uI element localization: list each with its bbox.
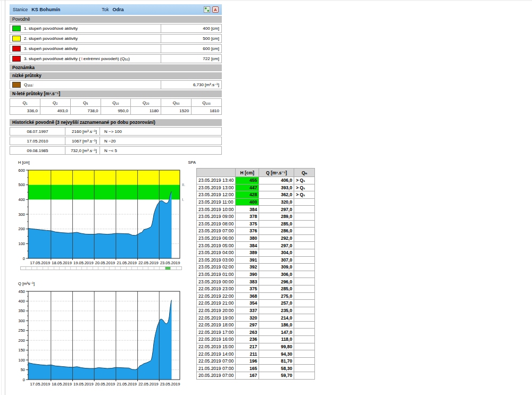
qn-cell — [294, 234, 315, 242]
timestamp-cell: 23.05.2019 10:00 — [197, 206, 236, 213]
flood-discharge: 1067 [m³.s⁻¹] — [65, 137, 100, 145]
timeline-cell[interactable] — [132, 267, 137, 270]
low-flow-label: Q₃₅₅: — [24, 82, 34, 87]
timeline-cell[interactable] — [160, 267, 165, 270]
n-year-value: 1520 — [161, 107, 192, 115]
n-year-col-header: Q₁ — [10, 99, 40, 107]
timeline-cell[interactable] — [54, 267, 60, 270]
flood-stage-row-extreme: 3. stupeň povodňové aktivity ( ↕ extrémn… — [10, 54, 222, 63]
timeline-cell[interactable] — [82, 267, 87, 270]
stage2-label: 2. stupeň povodňové aktivity — [24, 36, 78, 41]
timestamp-cell: 22.05.2019 17:00 — [197, 329, 236, 336]
svg-text:A: A — [214, 7, 217, 12]
qn-cell — [294, 365, 315, 372]
table-row: 22.05.2019 15:0021799,80 — [197, 343, 315, 350]
timeline-cell[interactable] — [143, 267, 148, 270]
timeline-cell[interactable] — [32, 267, 37, 270]
n-year-value: 738,0 — [71, 107, 101, 115]
timeline-cell[interactable] — [37, 267, 43, 270]
h-value-cell: 455 — [236, 177, 259, 184]
n-year-value: 493,0 — [40, 107, 71, 115]
h-value-cell: 165 — [236, 365, 259, 372]
timeline-cell[interactable] — [60, 267, 65, 270]
pdf-export-icon[interactable]: A — [212, 6, 219, 13]
qn-cell: > Q₁ — [294, 184, 315, 191]
h-value-cell: 384 — [236, 206, 259, 213]
timestamp-cell: 23.05.2019 08:00 — [197, 220, 236, 228]
stage3-value: 600 [cm] — [161, 45, 221, 53]
table-row: 22.05.2019 14:0021194,30 — [197, 350, 315, 358]
qn-cell — [294, 350, 315, 358]
flood-stage-row-2: 2. stupeň povodňové aktivity 500 [cm] — [10, 34, 222, 43]
qn-cell — [294, 357, 315, 365]
y-tick-label: 150 — [18, 348, 25, 352]
excel-export-icon[interactable] — [204, 6, 210, 13]
timestamp-cell: 23.05.2019 12:00 — [197, 191, 236, 199]
historical-section-header: Historické povodně (3 nejvyšší zaznamena… — [10, 119, 222, 126]
historical-rows: 08.07.19972160 [m³.s⁻¹]N ~> 10017.05.201… — [10, 127, 222, 155]
timeline-cell[interactable] — [115, 267, 121, 270]
n-year-col-header: Q₁₀ — [101, 99, 131, 107]
timeline-cell[interactable] — [148, 267, 154, 270]
q-value-cell: 81,70 — [259, 357, 294, 365]
timeline-cell[interactable] — [104, 267, 110, 270]
x-tick-label: 22.05.2019 — [138, 260, 159, 265]
n-year-section-header: N-leté průtoky [m³.s⁻¹] — [10, 90, 222, 97]
h-value-cell: 378 — [236, 213, 259, 220]
table-row: 23.05.2019 02:00392309,0 — [197, 264, 315, 271]
timeline-cell[interactable] — [26, 267, 31, 270]
q-value-cell: 214,0 — [259, 314, 294, 322]
q-value-cell: 393,0 — [259, 184, 294, 191]
timeline-cell[interactable] — [154, 267, 160, 270]
qn-cell — [294, 321, 315, 329]
low-flow-cell: Q₃₅₅: — [10, 81, 161, 89]
table-row: 23.05.2019 10:00384297,0 — [197, 206, 315, 213]
station-label: Stanice — [13, 7, 28, 12]
stage3-color-swatch — [12, 46, 21, 52]
y-axis-title: Q [m³s⁻¹] — [18, 281, 35, 286]
n-year-value: 950,0 — [101, 107, 131, 115]
qn-cell — [294, 220, 315, 228]
h-value-cell: 337 — [236, 307, 259, 314]
timeline-cell[interactable] — [87, 267, 93, 270]
y-tick-label: 250 — [18, 328, 25, 333]
timestamp-cell: 23.05.2019 03:00 — [197, 256, 236, 264]
timeline-cell[interactable] — [98, 267, 104, 270]
q-value-cell: 304,0 — [259, 249, 294, 256]
flood-date: 17.05.2010 — [10, 137, 65, 145]
timeline-cell[interactable] — [48, 267, 54, 270]
low-flow-section-header: nízké průtoky — [10, 72, 222, 79]
table-row: 23.05.2019 11:00400320,0 — [197, 198, 315, 206]
flood-date: 09.08.1985 — [10, 147, 65, 154]
timeline-cell[interactable] — [177, 267, 181, 270]
timeline-cell[interactable] — [171, 267, 176, 270]
timeline-cell[interactable] — [93, 267, 98, 270]
q-value-cell: 292,0 — [259, 234, 294, 242]
timeline-cell[interactable] — [65, 267, 71, 270]
timeline-cell[interactable] — [138, 267, 143, 270]
timeline-cell[interactable] — [127, 267, 132, 270]
q-value-cell: 275,0 — [259, 292, 294, 300]
qn-cell: > Q₁ — [294, 177, 315, 184]
timeline-cell[interactable] — [43, 267, 48, 270]
table-row: 20.05.2019 07:0016759,70 — [197, 372, 315, 380]
stage-chart: 010020030040050060017.05.201918.05.20191… — [11, 158, 198, 267]
timeline-cell[interactable] — [71, 267, 76, 270]
x-tick-label: 19.05.2019 — [73, 382, 94, 386]
table-row: 23.05.2019 05:00384297,0 — [197, 242, 315, 249]
timeline-cell[interactable] — [110, 267, 115, 270]
timeline-cell[interactable] — [165, 267, 171, 270]
timestamp-cell: 22.05.2019 23:00 — [197, 285, 236, 292]
qn-cell — [294, 256, 315, 264]
h-value-cell: 428 — [236, 191, 259, 199]
h-value-cell: 447 — [236, 184, 259, 191]
y-tick-label: 200 — [18, 338, 25, 343]
y-tick-label: 450 — [18, 289, 25, 294]
table-row: 23.05.2019 01:00390306,0 — [197, 271, 315, 278]
timeline-cell[interactable] — [21, 267, 26, 270]
flood-section-header: Povodně — [10, 16, 222, 23]
series-area — [28, 191, 172, 258]
q-value-cell: 297,0 — [259, 242, 294, 249]
timeline-cell[interactable] — [77, 267, 82, 270]
timeline-cell[interactable] — [121, 267, 126, 270]
